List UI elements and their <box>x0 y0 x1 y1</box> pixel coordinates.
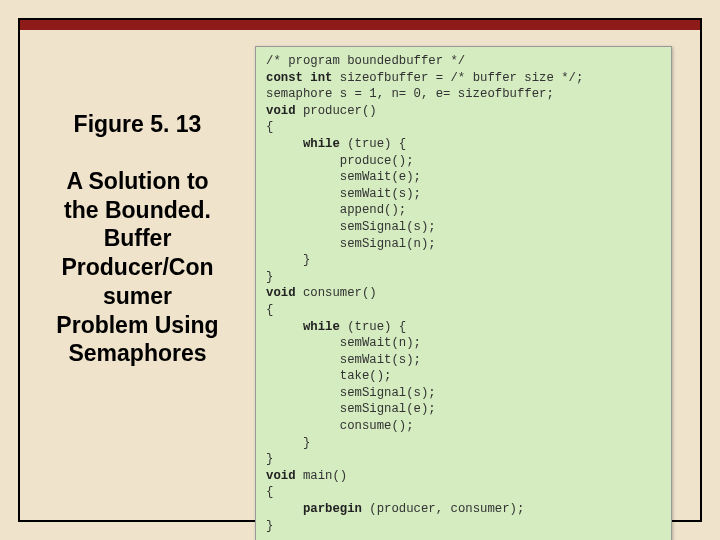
code-line: } <box>266 436 310 450</box>
code-line: { <box>266 303 273 317</box>
content-area: Figure 5. 13 A Solution to the Bounded. … <box>20 30 700 520</box>
code-line: semSignal(e); <box>266 402 436 416</box>
caption-line: sumer <box>26 282 249 311</box>
caption-column: Figure 5. 13 A Solution to the Bounded. … <box>20 30 255 520</box>
code-text: (true) { <box>340 320 406 334</box>
code-column: /* program boundedbuffer */ const int si… <box>255 30 700 520</box>
code-indent <box>266 137 303 151</box>
code-line: append(); <box>266 203 406 217</box>
code-line: { <box>266 485 273 499</box>
code-line: semWait(n); <box>266 336 421 350</box>
code-line: } <box>266 452 273 466</box>
code-line: } <box>266 519 273 533</box>
code-keyword: void <box>266 286 296 300</box>
code-keyword: const int <box>266 71 332 85</box>
caption-line: Semaphores <box>26 339 249 368</box>
code-line: /* program boundedbuffer */ <box>266 54 465 68</box>
caption-line: Problem Using <box>26 311 249 340</box>
code-line: take(); <box>266 369 391 383</box>
code-indent <box>266 320 303 334</box>
caption-line: the Bounded. <box>26 196 249 225</box>
code-line: semWait(s); <box>266 353 421 367</box>
code-keyword: while <box>303 320 340 334</box>
code-text: (true) { <box>340 137 406 151</box>
caption-line: Buffer <box>26 224 249 253</box>
code-line: semSignal(n); <box>266 237 436 251</box>
code-text: producer() <box>296 104 377 118</box>
code-line: semWait(s); <box>266 187 421 201</box>
figure-number: Figure 5. 13 <box>26 110 249 139</box>
code-keyword: parbegin <box>303 502 362 516</box>
code-listing: /* program boundedbuffer */ const int si… <box>255 46 672 540</box>
code-line: semSignal(s); <box>266 386 436 400</box>
code-text: (producer, consumer); <box>362 502 524 516</box>
code-line: consume(); <box>266 419 414 433</box>
code-line: { <box>266 120 273 134</box>
code-text: main() <box>296 469 348 483</box>
code-indent <box>266 502 303 516</box>
code-text: consumer() <box>296 286 377 300</box>
code-keyword: while <box>303 137 340 151</box>
code-text: sizeofbuffer = /* buffer size */; <box>332 71 583 85</box>
code-line: semSignal(s); <box>266 220 436 234</box>
code-line: produce(); <box>266 154 414 168</box>
code-keyword: void <box>266 469 296 483</box>
code-line: } <box>266 270 273 284</box>
caption-line: A Solution to <box>26 167 249 196</box>
code-line: semWait(e); <box>266 170 421 184</box>
code-line: } <box>266 253 310 267</box>
caption-line: Producer/Con <box>26 253 249 282</box>
code-keyword: void <box>266 104 296 118</box>
slide: Figure 5. 13 A Solution to the Bounded. … <box>0 0 720 540</box>
top-accent-bar <box>20 20 700 30</box>
code-line: semaphore s = 1, n= 0, e= sizeofbuffer; <box>266 87 554 101</box>
